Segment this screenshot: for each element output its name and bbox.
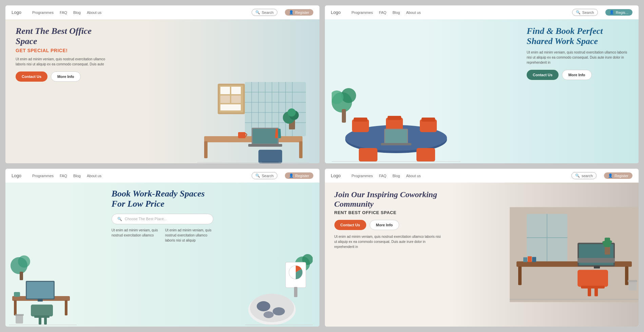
nav-programmes-2[interactable]: Programmes xyxy=(351,11,373,15)
nav-faq-2[interactable]: FAQ xyxy=(379,11,386,15)
svg-rect-57 xyxy=(20,272,23,280)
hero-title-1: Rent The Best Office Space xyxy=(16,26,111,46)
svg-rect-106 xyxy=(628,281,637,291)
more-info-button-2[interactable]: More Info xyxy=(562,70,592,80)
svg-rect-23 xyxy=(253,129,278,144)
svg-rect-50 xyxy=(385,130,407,143)
svg-point-38 xyxy=(341,88,356,103)
hero-1: Rent The Best Office Space Get Special P… xyxy=(5,19,319,163)
svg-rect-90 xyxy=(625,267,628,285)
user-icon-3: 👤 xyxy=(289,173,294,178)
nav-links-1: Programmes FAQ Blog About us xyxy=(32,11,244,15)
svg-point-76 xyxy=(250,294,294,322)
svg-rect-100 xyxy=(528,256,532,262)
nav-blog-3[interactable]: Blog xyxy=(73,174,81,178)
desc-cols-3: Ut enim ad minim veniam, quis nostrud ex… xyxy=(112,228,213,243)
nav-faq-1[interactable]: FAQ xyxy=(60,11,67,15)
nav-programmes-4[interactable]: Programmes xyxy=(351,174,373,178)
hero-2: Find & Book Perfect Shared Work Space Ut… xyxy=(325,19,639,163)
search-icon-4: 🔍 xyxy=(575,173,580,178)
beanbag-illustration-3 xyxy=(245,249,313,327)
nav-blog-2[interactable]: Blog xyxy=(392,11,400,15)
nav-programmes-3[interactable]: Programmes xyxy=(32,174,54,178)
more-info-button-1[interactable]: More Info xyxy=(51,71,81,82)
search-bar-placeholder-3: Choose The Best Place... xyxy=(125,217,167,221)
user-icon-4: 👤 xyxy=(608,173,613,178)
nav-register-2[interactable]: 👤 Regis... xyxy=(605,9,632,16)
hero-subtitle-4: Rent Best Office Space xyxy=(334,210,443,215)
more-info-button-4[interactable]: More Info xyxy=(370,220,399,230)
svg-rect-15 xyxy=(231,87,241,94)
svg-rect-105 xyxy=(594,288,598,296)
svg-rect-60 xyxy=(65,300,67,315)
search-bar-3[interactable]: 🔍 Choose The Best Place... xyxy=(112,214,213,224)
nav-register-3[interactable]: 👤 Register xyxy=(285,172,313,179)
user-icon-1: 👤 xyxy=(289,10,294,15)
svg-rect-67 xyxy=(39,317,41,325)
nav-search-3[interactable]: 🔍 Search xyxy=(252,172,277,179)
svg-point-56 xyxy=(18,255,30,268)
hero-desc-1: Ut enim ad minim veniam, quis nostrud ex… xyxy=(16,57,111,67)
nav-about-4[interactable]: About us xyxy=(406,174,421,178)
card-1: Logo Programmes FAQ Blog About us 🔍 Sear… xyxy=(5,5,319,163)
hero-title-3: Book Work-Ready Spaces for Low Price xyxy=(112,189,213,209)
card-2: Logo Programmes FAQ Blog About us 🔍 Sear… xyxy=(325,5,639,163)
svg-rect-44 xyxy=(354,118,367,122)
svg-rect-32 xyxy=(258,150,282,163)
svg-rect-40 xyxy=(342,109,346,123)
nav-search-2[interactable]: 🔍 Search xyxy=(572,9,598,16)
svg-rect-53 xyxy=(416,148,435,162)
svg-rect-70 xyxy=(15,314,24,316)
svg-rect-93 xyxy=(594,266,600,269)
svg-point-77 xyxy=(257,301,270,311)
contact-us-button-4[interactable]: Contact Us xyxy=(334,220,366,230)
svg-rect-63 xyxy=(38,299,43,302)
svg-rect-48 xyxy=(422,118,435,122)
svg-rect-89 xyxy=(518,267,522,285)
contact-us-button-1[interactable]: Contact Us xyxy=(16,71,47,82)
desk-illustration-1 xyxy=(197,79,309,163)
search-bar-icon-3: 🔍 xyxy=(117,217,122,221)
nav-links-4: Programmes FAQ Blog About us xyxy=(351,174,564,178)
hero-buttons-4: Contact Us More Info xyxy=(334,220,443,230)
hero-content-3: Book Work-Ready Spaces for Low Price 🔍 C… xyxy=(112,189,213,243)
nav-about-1[interactable]: About us xyxy=(87,11,101,15)
nav-3: Logo Programmes FAQ Blog About us 🔍 Sear… xyxy=(5,169,319,183)
svg-rect-31 xyxy=(278,129,281,138)
nav-register-1[interactable]: 👤 Register xyxy=(285,9,313,16)
svg-point-79 xyxy=(264,311,274,318)
nav-search-1[interactable]: 🔍 Search xyxy=(252,9,277,16)
svg-rect-103 xyxy=(581,286,605,289)
nav-programmes-1[interactable]: Programmes xyxy=(32,11,54,15)
card-4: Logo Programmes FAQ Blog About us 🔍 sear… xyxy=(325,169,639,327)
nav-register-4[interactable]: 👤 Register xyxy=(604,172,632,179)
nav-faq-3[interactable]: FAQ xyxy=(60,174,67,178)
hero-content-4: Join Our Inspiring Coworking Community R… xyxy=(334,190,443,249)
svg-rect-14 xyxy=(220,87,230,94)
svg-rect-68 xyxy=(44,317,47,325)
desk-illustration-3 xyxy=(9,249,77,327)
nav-blog-1[interactable]: Blog xyxy=(73,11,81,15)
svg-rect-51 xyxy=(381,143,411,145)
svg-rect-24 xyxy=(248,144,282,147)
hero-buttons-1: Contact Us More Info xyxy=(16,71,111,82)
svg-rect-107 xyxy=(628,280,637,282)
hero-subtitle-1: Get Special Price! xyxy=(16,48,111,53)
nav-about-2[interactable]: About us xyxy=(406,11,421,15)
svg-rect-18 xyxy=(220,104,241,110)
svg-rect-52 xyxy=(359,148,377,162)
nav-2: Logo Programmes FAQ Blog About us 🔍 Sear… xyxy=(325,5,639,19)
nav-about-3[interactable]: About us xyxy=(87,174,101,178)
nav-search-4[interactable]: 🔍 search xyxy=(571,172,597,179)
hero-desc-4: Ut enim ad minim veniam, quis nostrud ex… xyxy=(334,234,443,249)
svg-rect-82 xyxy=(294,287,297,297)
contact-us-button-2[interactable]: Contact Us xyxy=(527,70,559,80)
user-icon-2: 👤 xyxy=(609,10,614,15)
desk-illustration-4 xyxy=(510,183,639,327)
nav-faq-4[interactable]: FAQ xyxy=(379,174,386,178)
svg-rect-21 xyxy=(299,141,303,158)
svg-point-78 xyxy=(273,307,285,315)
hero-buttons-2: Contact Us More Info xyxy=(527,70,628,80)
nav-blog-4[interactable]: Blog xyxy=(392,174,400,178)
hero-4: Join Our Inspiring Coworking Community R… xyxy=(325,183,639,327)
